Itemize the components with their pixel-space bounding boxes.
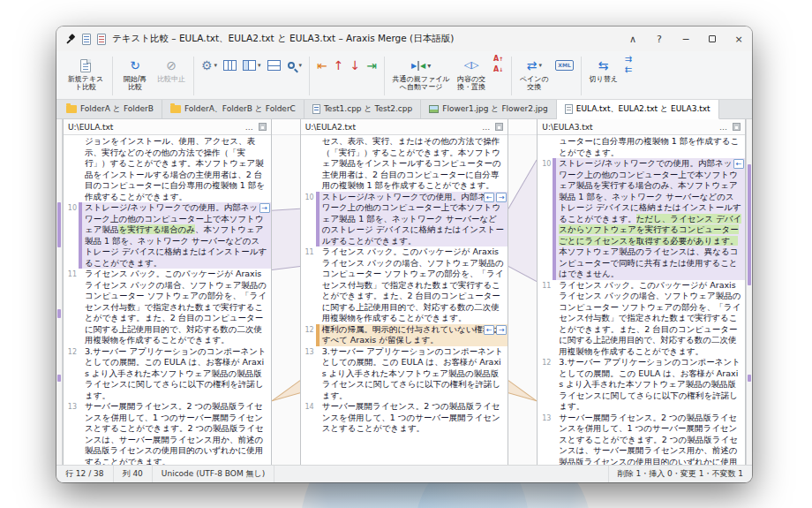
help-button[interactable]: ?: [646, 27, 673, 51]
file-path-3: U:\EULA3.txt: [542, 123, 715, 132]
line-number: 11: [538, 280, 553, 358]
abort-comparison-button[interactable]: ⊘ 比較中止: [154, 55, 188, 85]
layout-three-panes-button[interactable]: [222, 55, 238, 76]
pane-menu-button[interactable]: …: [719, 123, 728, 132]
text-line-11[interactable]: 11ライセンス パック。このパッケージが Araxis ライセンス パックの場合…: [301, 246, 508, 324]
text-segment: ライセンス パック。このパッケージが Araxis ライセンス パックの場合、ソ…: [559, 280, 741, 356]
tab-4[interactable]: Flower1.jpg と Flower2.jpg: [421, 100, 557, 118]
text-line-12[interactable]: 123.サーバー アプリケーションのコンポーネントとしての展開。この EULA …: [538, 357, 745, 413]
text-line-11[interactable]: 11ライセンス パック。このパッケージが Araxis ライセンス パックの場合…: [64, 269, 271, 346]
text-segment: ューターに自分専用の複製物 1 部を作成することができます。: [559, 136, 739, 157]
first-difference-icon: ⇤: [317, 59, 327, 72]
maximize-button[interactable]: [699, 27, 726, 51]
tab-2[interactable]: FolderA、FolderB と FolderC: [162, 100, 304, 118]
text-line-11[interactable]: 11ライセンス パック。このパッケージが Araxis ライセンス パックの場合…: [538, 280, 745, 358]
text-line-partial[interactable]: ューターに自分専用の複製物 1 部を作成することができます。: [538, 136, 745, 158]
last-difference-button[interactable]: ⇥: [365, 55, 379, 76]
text-line-13[interactable]: 133.サーバー アプリケーションのコンポーネントとしての展開。この EULA …: [301, 346, 508, 402]
close-button[interactable]: ×: [726, 27, 752, 51]
save-icon[interactable]: [733, 123, 741, 131]
text-line-partial[interactable]: セス、表示、実行、またはその他の方法で操作（「実行」）することができます。本ソフ…: [301, 136, 508, 192]
line-text: 3.サーバー アプリケーションのコンポーネントとしての展開。この EULA は、…: [320, 346, 508, 402]
text-editor-2[interactable]: セス、表示、実行、またはその他の方法で操作（「実行」）することができます。本ソフ…: [301, 135, 508, 465]
chevron-down-icon: ▾: [214, 62, 218, 69]
swap-replace-button[interactable]: ◁▷ 内容の交換・置換: [455, 55, 488, 93]
xml-icon: XML: [555, 60, 573, 71]
push-right-button[interactable]: →: [496, 325, 507, 335]
line-number: 13: [64, 401, 79, 465]
push-buttons: ←→: [484, 193, 507, 202]
pane-menu-button[interactable]: …: [245, 123, 254, 132]
toolbar: 新規テキスト比較 ↻ 開始/再比較 ⊘ 比較中止 ⚙▾: [56, 51, 752, 100]
push-right-button[interactable]: →: [496, 193, 507, 202]
chevron-down-icon: ▾: [258, 62, 261, 69]
text-segment: サーバー展開ライセンス。2 つの製品版ライセンスを併用して、1 つのサーバー展開…: [559, 413, 738, 466]
layout-mixed-button[interactable]: ▾: [241, 55, 263, 76]
overview-strip-right[interactable]: [746, 119, 752, 465]
auto-merge-label: 共通の親ファイルへ自動マージ: [392, 75, 450, 91]
push-all-left-button[interactable]: ⇇: [623, 65, 634, 73]
pushpin-icon[interactable]: [65, 34, 76, 44]
tab-5[interactable]: EULA.txt、EULA2.txt と EULA3.txt: [557, 100, 719, 119]
desktop-wallpaper: テキスト比較 – EULA.txt、EULA2.txt と EULA3.txt …: [0, 0, 812, 508]
push-buttons: ←→: [484, 325, 507, 335]
text-segment: 3.サーバー アプリケーションのコンポーネントとしての展開。この EULA は、…: [322, 346, 504, 400]
text-line-14[interactable]: 14サーバー展開ライセンス。2 つの製品版ライセンスを併用して、1 つのサーバー…: [301, 401, 508, 435]
window-controls: ∧ ? − ×: [620, 27, 752, 51]
settings-button[interactable]: ⚙▾: [199, 55, 219, 76]
push-left-button[interactable]: ←: [484, 193, 494, 202]
tab-label: FolderA と FolderB: [80, 103, 154, 115]
mixed-pane-layout-icon: [243, 60, 256, 71]
tab-1[interactable]: FolderA と FolderB: [58, 100, 162, 118]
a-with-up-arrow-button[interactable]: A↑: [491, 55, 506, 64]
swap-panes-button[interactable]: ⇄▾ ペインの交換: [517, 55, 551, 93]
text-line-partial[interactable]: ジョンをインストール、使用、アクセス、表示、実行などのその他の方法で操作（「実行…: [64, 136, 271, 202]
file-pane-2: U:\EULA2.txt … セス、表示、実行、またはその他の方法で操作（「実行…: [300, 119, 509, 465]
overview-strip-left[interactable]: [56, 119, 63, 465]
push-all-right-button[interactable]: ⇉: [623, 55, 634, 63]
text-editor-1[interactable]: ジョンをインストール、使用、アクセス、表示、実行などのその他の方法で操作（「実行…: [64, 135, 271, 465]
text-line-13[interactable]: 13サーバー展開ライセンス。2 つの製品版ライセンスを併用して、1 つのサーバー…: [538, 413, 745, 466]
toggle-button[interactable]: ⇆ 切り替え: [587, 55, 620, 85]
text-line-13[interactable]: 13サーバー展開ライセンス。2 つの製品版ライセンスを併用して、1 つのサーバー…: [64, 401, 271, 465]
text-line-10[interactable]: 10ストレージ/ネットワークでの使用。内部ネットワーク上の他のコンピューター上で…: [538, 158, 745, 280]
start-recompare-label: 開始/再比較: [120, 75, 150, 91]
save-icon[interactable]: [495, 123, 503, 131]
new-text-comparison-button[interactable]: 新規テキスト比較: [64, 55, 107, 93]
next-difference-button[interactable]: ↓: [349, 55, 363, 76]
a-with-down-arrow-button[interactable]: A↓: [491, 65, 506, 74]
minimize-button[interactable]: −: [673, 27, 699, 51]
line-number: 10: [64, 202, 79, 269]
text-line-12[interactable]: 12権利の帰属。明示的に付与されていない権利はすべて Araxis が留保します…: [301, 324, 508, 346]
start-recompare-button[interactable]: ↻ 開始/再比較: [118, 55, 152, 93]
save-icon[interactable]: [259, 123, 267, 131]
find-button[interactable]: ▾: [285, 55, 304, 76]
swap-replace-label: 内容の交換・置換: [456, 75, 486, 91]
xml-view-button[interactable]: XML: [553, 55, 575, 76]
pane-menu-button[interactable]: …: [482, 123, 491, 132]
previous-difference-button[interactable]: ↑: [332, 55, 346, 76]
first-difference-button[interactable]: ⇤: [315, 55, 329, 76]
inline-inserted-text: を実行する場合のみ: [118, 224, 195, 234]
swap-panes-icon: ⇄: [527, 59, 538, 72]
collapse-ribbon-button[interactable]: ∧: [620, 27, 646, 51]
search-icon: [288, 62, 295, 69]
title-bar[interactable]: テキスト比較 – EULA.txt、EULA2.txt と EULA3.txt …: [56, 27, 752, 51]
down-arrow-icon: ↓: [350, 59, 361, 72]
text-line-10[interactable]: 10ストレージ/ネットワークでの使用。内部ネットワーク上の他のコンピューター上で…: [301, 192, 508, 247]
window-title: テキスト比較 – EULA.txt、EULA2.txt と EULA3.txt …: [112, 33, 454, 45]
line-text: ライセンス パック。このパッケージが Araxis ライセンス パックの場合、ソ…: [82, 269, 271, 346]
layout-horizontal-button[interactable]: [266, 55, 282, 76]
text-line-10[interactable]: 10ストレージ/ネットワークでの使用。内部ネットワーク上の他のコンピューター上で…: [64, 202, 271, 269]
line-number: 11: [301, 246, 316, 324]
toggle-arrows-icon: ⇆: [598, 59, 609, 72]
push-left-button[interactable]: ←: [484, 325, 494, 335]
tab-3[interactable]: Test1.cpp と Test2.cpp: [304, 100, 421, 118]
folder-pair-icon: [66, 105, 77, 113]
line-number: [538, 136, 553, 158]
text-line-12[interactable]: 123.サーバー アプリケーションのコンポーネントとしての展開。この EULA …: [64, 346, 271, 402]
push-right-button[interactable]: →: [259, 203, 270, 213]
text-editor-3[interactable]: ューターに自分専用の複製物 1 部を作成することができます。10ストレージ/ネッ…: [538, 135, 745, 465]
auto-merge-button[interactable]: ▶◀▾ 共通の親ファイルへ自動マージ: [390, 55, 452, 93]
push-left-button[interactable]: ←: [733, 159, 744, 169]
